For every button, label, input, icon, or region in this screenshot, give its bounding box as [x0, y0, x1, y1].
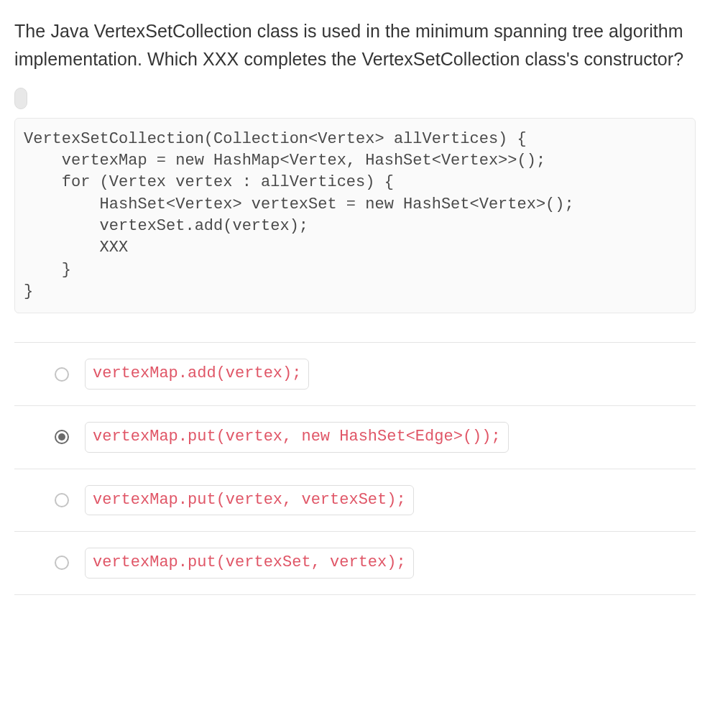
radio-selected-icon[interactable]	[55, 430, 69, 444]
radio-unselected-icon[interactable]	[55, 493, 69, 507]
option-code: vertexMap.put(vertexSet, vertex);	[85, 548, 414, 579]
option-code: vertexMap.put(vertex, new HashSet<Edge>(…	[85, 422, 509, 453]
question-text: The Java VertexSetCollection class is us…	[14, 17, 696, 73]
option-row[interactable]: vertexMap.put(vertex, new HashSet<Edge>(…	[14, 405, 696, 469]
option-row[interactable]: vertexMap.put(vertex, vertexSet);	[14, 469, 696, 532]
code-block: VertexSetCollection(Collection<Vertex> a…	[14, 118, 696, 314]
code-content: VertexSetCollection(Collection<Vertex> a…	[24, 129, 686, 303]
options-list: vertexMap.add(vertex); vertexMap.put(ver…	[14, 342, 696, 594]
option-code: vertexMap.add(vertex);	[85, 359, 309, 390]
radio-unselected-icon[interactable]	[55, 367, 69, 382]
scroll-pill	[14, 88, 27, 109]
scroll-indicator	[14, 88, 696, 109]
option-code: vertexMap.put(vertex, vertexSet);	[85, 485, 414, 516]
option-row[interactable]: vertexMap.put(vertexSet, vertex);	[14, 531, 696, 595]
option-row[interactable]: vertexMap.add(vertex);	[14, 342, 696, 405]
radio-unselected-icon[interactable]	[55, 556, 69, 570]
